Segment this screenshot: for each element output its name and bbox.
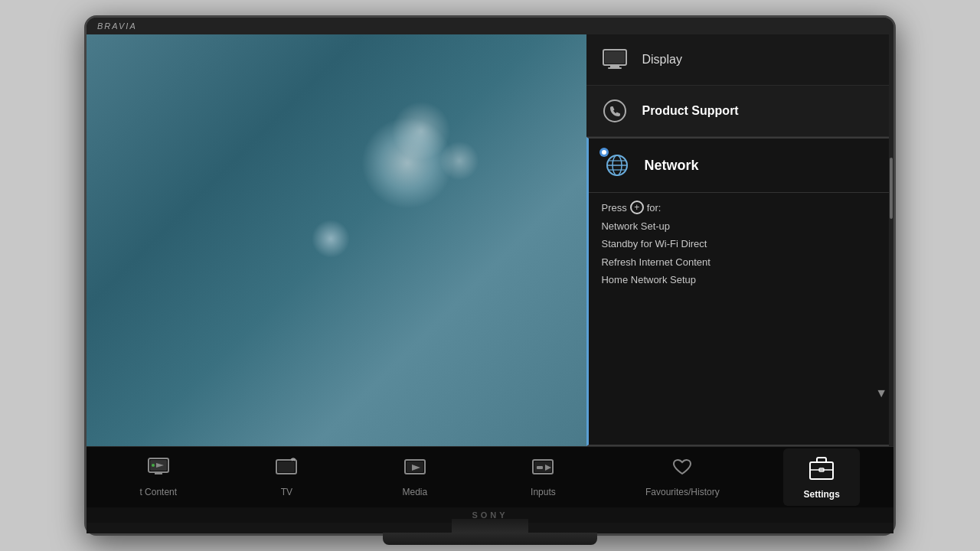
media-label: Media [403,487,428,497]
tv-label: TV [281,487,292,497]
circle-plus-icon: + [630,201,644,214]
scrollbar-thumb [890,158,893,219]
menu-item-product-support[interactable]: Product Support [586,86,893,137]
svg-rect-23 [810,462,833,479]
settings-label: Settings [804,489,840,500]
svg-rect-1 [610,65,619,67]
menu-item-network[interactable]: Network Press + for: Network Set-up Stan… [586,137,893,446]
network-option-4[interactable]: Home Network Setup [601,271,880,289]
display-label: Display [642,53,681,67]
product-support-label: Product Support [642,104,738,118]
press-text: Press [601,202,626,214]
right-menu-panel: Display Product Support ▲ [586,34,893,446]
phone-icon [599,95,631,127]
tv-frame: BRAVIA [84,15,896,536]
menu-item-display[interactable]: Display [586,34,893,86]
internet-content-label: t Content [139,487,177,497]
network-detail: Press + for: Network Set-up Standby for … [589,192,892,300]
svg-rect-21 [537,466,543,469]
globe-icon [601,149,633,181]
nav-item-inputs[interactable]: Inputs [505,451,581,504]
network-option-2[interactable]: Standby for Wi-Fi Direct [601,235,880,253]
internet-content-icon [147,457,170,484]
tv-nav-icon [275,457,298,484]
svg-point-12 [152,464,155,467]
svg-rect-3 [605,51,625,64]
nav-item-internet-content[interactable]: t Content [120,451,197,504]
svg-point-4 [604,100,626,122]
menu-scrollbar [889,34,893,446]
screen-content: Display Product Support ▲ [87,34,893,446]
nav-item-settings[interactable]: Settings [783,448,860,506]
stand-base [383,533,597,545]
video-preview [87,34,586,446]
press-for-text: for: [647,202,662,214]
heart-icon [671,457,694,484]
nav-item-media[interactable]: Media [377,451,453,504]
press-for-line: Press + for: [601,201,880,214]
bravia-logo: BRAVIA [97,21,137,31]
nav-item-favourites[interactable]: Favourites/History [633,451,732,504]
tv-screen: Display Product Support ▲ [87,34,893,507]
stand-neck [452,519,528,533]
network-option-1[interactable]: Network Set-up [601,217,880,235]
scroll-down-arrow[interactable]: ▼ [875,386,887,400]
network-label: Network [644,158,698,174]
tv-top-bar: BRAVIA [87,18,893,34]
network-option-3[interactable]: Refresh Internet Content [601,253,880,271]
media-icon [403,457,426,484]
inputs-icon [531,457,554,484]
network-header: Network [589,139,892,192]
nav-item-tv[interactable]: TV [248,451,325,504]
settings-icon [808,455,835,486]
favourites-label: Favourites/History [645,487,720,497]
bokeh-effect-2 [436,138,482,184]
svg-rect-2 [608,67,622,69]
inputs-label: Inputs [531,487,556,497]
bottom-navigation: t Content TV [87,446,893,507]
display-icon [599,44,631,76]
svg-rect-15 [278,461,295,472]
